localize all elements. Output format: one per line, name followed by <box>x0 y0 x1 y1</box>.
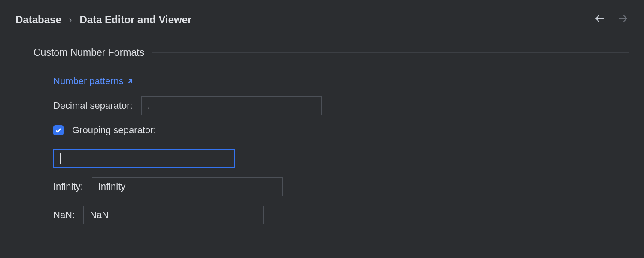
number-patterns-row: Number patterns <box>53 76 629 87</box>
infinity-input[interactable] <box>92 177 283 196</box>
decimal-separator-row: Decimal separator: <box>53 96 629 115</box>
nan-label: NaN: <box>53 209 75 221</box>
section-body: Number patterns Decimal separator: Group… <box>33 76 629 224</box>
section-divider <box>152 52 629 53</box>
breadcrumb-current: Data Editor and Viewer <box>79 14 191 26</box>
external-link-icon <box>127 78 133 84</box>
decimal-separator-label: Decimal separator: <box>53 100 133 111</box>
back-button[interactable] <box>594 13 605 26</box>
grouping-separator-row: Grouping separator: <box>53 125 629 136</box>
number-patterns-label: Number patterns <box>53 76 124 87</box>
nan-input[interactable] <box>83 206 264 224</box>
breadcrumb-parent[interactable]: Database <box>15 14 61 26</box>
grouping-separator-input-row <box>53 149 629 168</box>
grouping-separator-label: Grouping separator: <box>72 125 156 136</box>
decimal-separator-input[interactable] <box>141 96 322 115</box>
infinity-label: Infinity: <box>53 181 83 192</box>
section-header: Custom Number Formats <box>33 47 629 58</box>
infinity-row: Infinity: <box>53 177 629 196</box>
nan-row: NaN: <box>53 206 629 224</box>
check-icon <box>55 127 62 134</box>
section-title: Custom Number Formats <box>33 47 144 58</box>
number-patterns-link[interactable]: Number patterns <box>53 76 133 87</box>
settings-header: Database › Data Editor and Viewer <box>15 13 629 26</box>
breadcrumb-separator: › <box>69 15 72 25</box>
custom-number-formats-section: Custom Number Formats Number patterns De… <box>15 47 629 224</box>
grouping-separator-checkbox[interactable] <box>53 125 64 135</box>
svg-line-2 <box>128 80 132 83</box>
nav-arrows <box>594 13 629 26</box>
grouping-separator-input[interactable] <box>53 149 235 168</box>
forward-button <box>617 13 629 26</box>
breadcrumb: Database › Data Editor and Viewer <box>15 14 191 26</box>
